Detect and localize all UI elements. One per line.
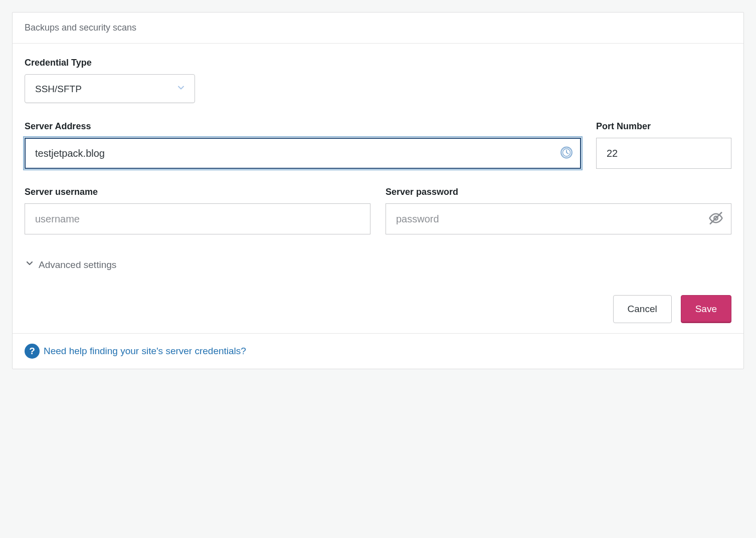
save-button[interactable]: Save xyxy=(681,295,731,323)
card-footer: ? Need help finding your site's server c… xyxy=(13,333,743,369)
credentials-card: Backups and security scans Credential Ty… xyxy=(12,12,744,369)
server-address-label: Server Address xyxy=(25,121,581,132)
port-input[interactable] xyxy=(596,138,731,169)
password-label: Server password xyxy=(386,187,731,197)
server-address-input[interactable] xyxy=(25,138,581,169)
form-actions: Cancel Save xyxy=(25,295,731,323)
server-address-input-wrap xyxy=(25,138,581,169)
server-address-col: Server Address xyxy=(25,121,581,169)
address-port-row: Server Address Port Number xyxy=(25,121,731,169)
cancel-button[interactable]: Cancel xyxy=(613,295,672,323)
username-label: Server username xyxy=(25,187,370,197)
username-input[interactable] xyxy=(25,203,370,234)
password-input[interactable] xyxy=(386,203,731,234)
port-col: Port Number xyxy=(596,121,731,169)
password-input-wrap xyxy=(386,203,731,234)
card-body: Credential Type SSH/SFTP Server Address xyxy=(13,44,743,333)
help-link[interactable]: Need help finding your site's server cre… xyxy=(44,346,246,357)
username-col: Server username xyxy=(25,187,370,234)
user-pass-row: Server username Server password xyxy=(25,187,731,234)
password-col: Server password xyxy=(386,187,731,234)
advanced-settings-label: Advanced settings xyxy=(39,259,116,271)
card-title: Backups and security scans xyxy=(25,23,136,33)
advanced-settings-toggle[interactable]: Advanced settings xyxy=(25,258,116,271)
credential-type-select-wrap: SSH/SFTP xyxy=(25,74,195,103)
clock-icon xyxy=(560,146,573,161)
credential-type-label: Credential Type xyxy=(25,58,731,68)
help-icon: ? xyxy=(25,344,40,359)
toggle-password-visibility-icon[interactable] xyxy=(708,211,723,227)
card-header: Backups and security scans xyxy=(13,13,743,44)
port-label: Port Number xyxy=(596,121,731,132)
credential-type-select[interactable]: SSH/SFTP xyxy=(25,74,195,103)
chevron-down-icon xyxy=(25,258,35,271)
